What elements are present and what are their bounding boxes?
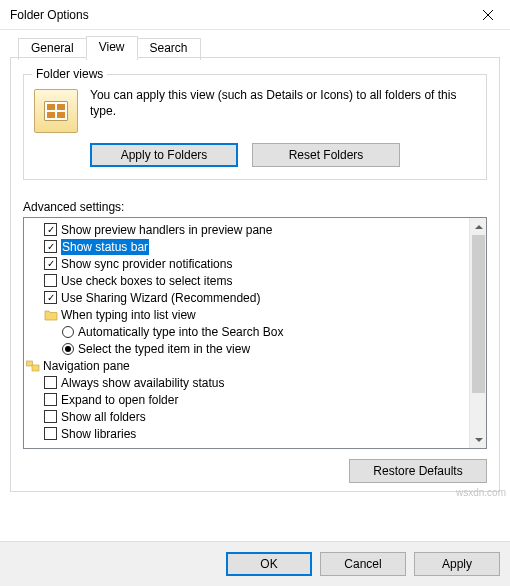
opt-show-all-folders[interactable]: Show all folders bbox=[26, 408, 467, 425]
advanced-settings-label: Advanced settings: bbox=[23, 200, 487, 214]
folder-views-desc: You can apply this view (such as Details… bbox=[90, 87, 476, 133]
scrollbar-vertical[interactable] bbox=[469, 218, 486, 448]
opt-check-boxes[interactable]: Use check boxes to select items bbox=[26, 272, 467, 289]
checkbox-checked-icon: ✓ bbox=[44, 291, 57, 304]
opt-status-bar[interactable]: ✓Show status bar bbox=[26, 238, 467, 255]
folder-views-group: Folder views You can apply this view (su… bbox=[23, 74, 487, 180]
ok-button[interactable]: OK bbox=[226, 552, 312, 576]
opt-expand-open[interactable]: Expand to open folder bbox=[26, 391, 467, 408]
apply-to-folders-button[interactable]: Apply to Folders bbox=[90, 143, 238, 167]
opt-typing-select[interactable]: Select the typed item in the view bbox=[26, 340, 467, 357]
tab-panel-view: Folder views You can apply this view (su… bbox=[10, 57, 500, 492]
checkbox-checked-icon: ✓ bbox=[44, 223, 57, 236]
checkbox-unchecked-icon bbox=[44, 274, 57, 287]
folder-icon bbox=[44, 308, 58, 321]
folder-views-icon bbox=[34, 89, 78, 133]
opt-always-availability[interactable]: Always show availability status bbox=[26, 374, 467, 391]
checkbox-checked-icon: ✓ bbox=[44, 240, 57, 253]
cancel-button[interactable]: Cancel bbox=[320, 552, 406, 576]
navigation-pane-icon bbox=[26, 359, 40, 372]
checkbox-checked-icon: ✓ bbox=[44, 257, 57, 270]
group-when-typing: When typing into list view bbox=[26, 306, 467, 323]
close-button[interactable] bbox=[465, 0, 510, 30]
opt-show-libraries[interactable]: Show libraries bbox=[26, 425, 467, 442]
radio-selected-icon bbox=[62, 343, 74, 355]
scroll-up-icon[interactable] bbox=[470, 218, 487, 235]
tab-strip: General View Search bbox=[18, 36, 500, 58]
dialog-button-row: OK Cancel Apply bbox=[0, 541, 510, 586]
radio-unselected-icon bbox=[62, 326, 74, 338]
scroll-down-icon[interactable] bbox=[470, 431, 487, 448]
close-icon bbox=[483, 10, 493, 20]
checkbox-unchecked-icon bbox=[44, 427, 57, 440]
opt-typing-auto[interactable]: Automatically type into the Search Box bbox=[26, 323, 467, 340]
window-title: Folder Options bbox=[0, 8, 465, 22]
group-navigation-pane: Navigation pane bbox=[26, 357, 467, 374]
svg-rect-0 bbox=[27, 361, 33, 366]
reset-folders-button[interactable]: Reset Folders bbox=[252, 143, 400, 167]
apply-button[interactable]: Apply bbox=[414, 552, 500, 576]
opt-sharing-wizard[interactable]: ✓Use Sharing Wizard (Recommended) bbox=[26, 289, 467, 306]
restore-defaults-button[interactable]: Restore Defaults bbox=[349, 459, 487, 483]
svg-rect-1 bbox=[32, 365, 39, 371]
checkbox-unchecked-icon bbox=[44, 410, 57, 423]
opt-sync-notifications[interactable]: ✓Show sync provider notifications bbox=[26, 255, 467, 272]
folder-views-legend: Folder views bbox=[32, 67, 107, 81]
window-titlebar: Folder Options bbox=[0, 0, 510, 30]
checkbox-unchecked-icon bbox=[44, 393, 57, 406]
tab-view[interactable]: View bbox=[86, 36, 138, 58]
scrollbar-thumb[interactable] bbox=[472, 235, 485, 393]
opt-preview-handlers[interactable]: ✓Show preview handlers in preview pane bbox=[26, 221, 467, 238]
checkbox-unchecked-icon bbox=[44, 376, 57, 389]
advanced-settings-tree[interactable]: ✓Show preview handlers in preview pane ✓… bbox=[23, 217, 487, 449]
